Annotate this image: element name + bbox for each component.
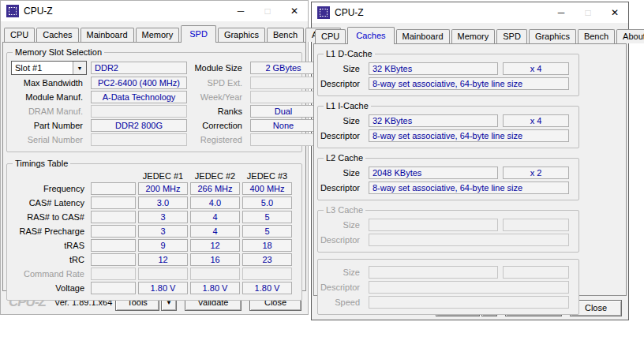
- tab-graphics[interactable]: Graphics: [218, 28, 265, 42]
- tab-bench[interactable]: Bench: [267, 28, 304, 42]
- tab-bar: CPU Caches Mainboard Memory SPD Graphics…: [315, 27, 627, 43]
- tab-memory[interactable]: Memory: [451, 29, 496, 43]
- group-label: L1 I-Cache: [324, 101, 371, 110]
- label-registered: Registered: [191, 135, 246, 144]
- slot-select-value: Slot #1: [12, 63, 73, 73]
- field-part-number: DDR2 800G: [91, 119, 187, 132]
- memory-slot-selection-group: Memory Slot Selection Slot #1 ▼ DDR2 Mod…: [6, 52, 302, 152]
- field-frequency-current: [91, 182, 136, 195]
- field-cas-jedec1: 3.0: [138, 196, 188, 209]
- field-cas-jedec2: 4.0: [190, 196, 240, 209]
- tab-cpu[interactable]: CPU: [4, 28, 35, 42]
- close-window-button[interactable]: ✕: [601, 2, 628, 23]
- tab-caches[interactable]: Caches: [36, 28, 78, 42]
- col-header-jedec2: JEDEC #2: [190, 171, 240, 181]
- tab-about[interactable]: About: [616, 29, 644, 43]
- cpuz-window-spd: CPU-Z ─ □ ✕ CPU Caches Mainboard Memory …: [0, 0, 309, 315]
- field-ranks: Dual: [250, 105, 316, 118]
- maximize-button: □: [254, 1, 281, 21]
- label-max-bandwidth: Max Bandwidth: [11, 78, 87, 88]
- tab-memory[interactable]: Memory: [136, 28, 180, 42]
- field-rasprecharge-current: [91, 225, 136, 238]
- row-label-cas-latency: CAS# Latency: [11, 198, 88, 208]
- group-label: Memory Slot Selection: [13, 47, 104, 57]
- window-title: CPU-Z: [335, 7, 364, 18]
- tab-cpu[interactable]: CPU: [315, 29, 346, 43]
- tab-mainboard[interactable]: Mainboard: [396, 29, 450, 43]
- titlebar[interactable]: CPU-Z ─ □ ✕: [1, 1, 308, 21]
- field-extra-speed: [369, 296, 569, 309]
- field-l2-size: 2048 KBytes: [369, 167, 498, 179]
- label-descriptor: Descriptor: [318, 235, 364, 245]
- close-window-button[interactable]: ✕: [281, 1, 308, 21]
- slot-select[interactable]: Slot #1 ▼: [11, 61, 87, 75]
- label-correction: Correction: [191, 121, 246, 130]
- field-commandrate-jedec2: [190, 268, 240, 280]
- field-rasprecharge-jedec2: 4: [190, 225, 240, 238]
- label-speed: Speed: [318, 298, 364, 307]
- label-descriptor: Descriptor: [318, 183, 364, 193]
- window-title: CPU-Z: [24, 6, 53, 17]
- field-trc-jedec3: 23: [242, 253, 292, 266]
- field-frequency-jedec1: 200 MHz: [138, 182, 188, 195]
- label-module-size: Module Size: [191, 63, 246, 73]
- row-label-command-rate: Command Rate: [11, 269, 88, 279]
- field-tras-jedec3: 18: [242, 239, 292, 252]
- caches-tab-page: L1 D-Cache Size 32 KBytes x 4 Descriptor…: [313, 43, 627, 296]
- titlebar[interactable]: CPU-Z ─ □ ✕: [312, 2, 628, 23]
- label-ranks: Ranks: [191, 107, 246, 116]
- label-descriptor: Descriptor: [318, 283, 364, 292]
- field-l1i-descriptor: 8-way set associative, 64-byte line size: [369, 129, 569, 142]
- field-dram-manuf: [91, 105, 187, 118]
- field-correction: None: [250, 119, 316, 132]
- group-label: L1 D-Cache: [324, 49, 375, 58]
- field-rastocas-jedec1: 3: [138, 211, 188, 223]
- field-rasprecharge-jedec1: 3: [138, 225, 188, 238]
- field-voltage-current: [91, 282, 136, 294]
- tab-spd[interactable]: SPD: [181, 25, 216, 43]
- tab-graphics[interactable]: Graphics: [529, 29, 576, 43]
- field-module-size: 2 GBytes: [250, 62, 316, 74]
- field-l1i-size: 32 KBytes: [369, 114, 498, 127]
- field-voltage-jedec1: 1.80 V: [138, 282, 188, 294]
- field-extra-count: [503, 266, 569, 279]
- minimize-button[interactable]: ─: [227, 1, 254, 21]
- label-size: Size: [318, 168, 364, 178]
- row-label-ras-to-cas: RAS# to CAS#: [11, 212, 88, 222]
- field-trc-current: [91, 253, 136, 266]
- field-l1d-descriptor: 8-way set associative, 64-byte line size: [369, 77, 569, 90]
- field-max-bandwidth: PC2-6400 (400 MHz): [91, 77, 187, 89]
- row-label-voltage: Voltage: [11, 283, 88, 293]
- label-descriptor: Descriptor: [318, 131, 364, 140]
- field-extra-descriptor: [369, 281, 569, 294]
- label-serial-number: Serial Number: [11, 135, 87, 144]
- field-serial-number: [91, 133, 187, 146]
- tab-caches[interactable]: Caches: [347, 27, 394, 44]
- col-header-jedec3: JEDEC #3: [242, 171, 292, 181]
- label-size: Size: [318, 220, 364, 230]
- tab-spd[interactable]: SPD: [496, 29, 527, 43]
- tab-bench[interactable]: Bench: [578, 29, 615, 43]
- minimize-button[interactable]: ─: [548, 2, 575, 23]
- cpuz-app-icon: [317, 6, 330, 19]
- field-cas-current: [91, 196, 136, 209]
- field-l1d-count: x 4: [503, 62, 569, 75]
- field-week-year: [250, 91, 316, 103]
- field-l3-descriptor: [369, 234, 569, 246]
- field-frequency-jedec2: 266 MHz: [190, 182, 240, 195]
- tab-mainboard[interactable]: Mainboard: [80, 28, 134, 42]
- field-registered: [250, 133, 316, 146]
- l1-icache-group: L1 I-Cache Size 32 KBytes x 4 Descriptor…: [317, 106, 579, 148]
- field-module-manuf: A-Data Technology: [91, 91, 187, 103]
- field-trc-jedec2: 16: [190, 253, 240, 266]
- field-cas-jedec3: 5.0: [242, 196, 292, 209]
- field-voltage-jedec2: 1.80 V: [190, 282, 240, 294]
- label-size: Size: [318, 268, 364, 277]
- field-trc-jedec1: 12: [138, 253, 188, 266]
- field-tras-jedec1: 9: [138, 239, 188, 252]
- chevron-down-icon[interactable]: ▼: [73, 62, 86, 74]
- field-l1d-size: 32 KBytes: [369, 62, 498, 75]
- l2-cache-group: L2 Cache Size 2048 KBytes x 2 Descriptor…: [317, 158, 579, 200]
- cpuz-window-caches: CPU-Z ─ □ ✕ CPU Caches Mainboard Memory …: [311, 2, 629, 320]
- field-tras-jedec2: 12: [190, 239, 240, 252]
